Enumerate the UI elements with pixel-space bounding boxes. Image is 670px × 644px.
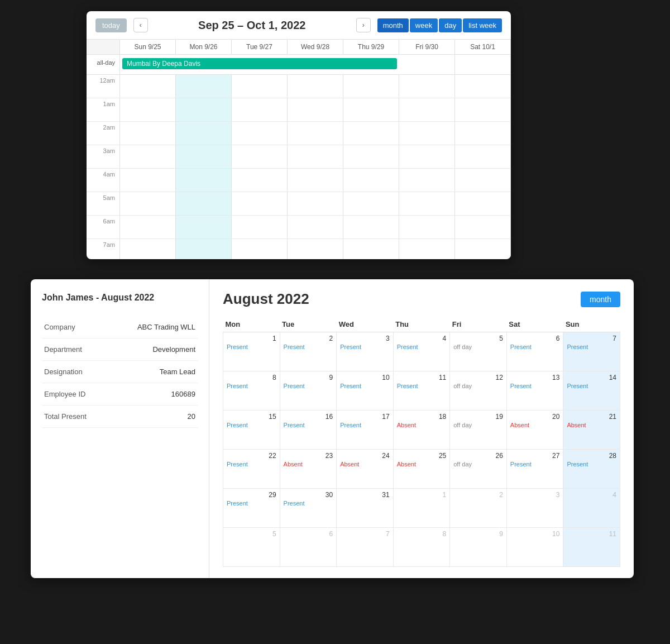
employee-sidebar: John James - August 2022 Company ABC Tra… [31,279,209,578]
allday-sat-empty [455,55,511,74]
day-cell: 25Absent [393,450,450,489]
weekly-calendar-grid: Sun 9/25 Mon 9/26 Tue 9/27 Wed 9/28 Thu … [87,40,511,259]
event-bar[interactable]: Mumbai By Deepa Davis [122,58,397,69]
day-status: Present [227,344,276,350]
cell-sun-6am [120,216,176,238]
cell-thu-2am [343,122,399,145]
day-cell: 5 [223,528,280,567]
day-cell: 2Present [280,332,337,371]
total-present-row: Total Present 20 [42,406,198,428]
cell-wed-3am [288,145,343,168]
fri-col-header: Fri [450,317,507,332]
day-cell: 15Present [223,411,280,450]
time-body[interactable]: 12am 1am 2am [87,75,511,259]
day-cell: 17Present [337,411,394,450]
mon-col-header: Mon [223,317,280,332]
cell-sun-5am [120,192,176,215]
department-row: Department Development [42,338,198,361]
sat-col-header: Sat [506,317,563,332]
time-row-7am: 7am [87,239,511,259]
day-number: 14 [567,374,616,381]
next-button[interactable]: › [356,18,371,32]
time-label-1am: 1am [87,98,120,121]
day-cell: 20Absent [506,411,563,450]
cell-sat-4am [455,169,511,192]
time-row-1am: 1am [87,98,511,122]
calendar-header-row: Sun 9/25 Mon 9/26 Tue 9/27 Wed 9/28 Thu … [87,40,511,55]
total-present-value: 20 [108,406,198,428]
week-view-button[interactable]: week [410,18,438,32]
day-status: Present [227,383,276,389]
day-number: 2 [284,335,333,342]
month-grid: Mon Tue Wed Thu Fri Sat Sun 1Present2Pre… [223,317,620,567]
day-number: 3 [510,491,560,499]
day-status: Present [284,383,333,389]
day-number: 1 [397,491,447,499]
day-number: 9 [453,530,503,538]
month-button[interactable]: month [581,292,620,307]
day-status: Present [227,422,276,428]
cell-sat-12am [455,75,511,98]
time-row-4am: 4am [87,169,511,192]
cell-sun-12am [120,75,176,98]
cell-tue-12am [232,75,288,98]
listweek-view-button[interactable]: list week [463,18,502,32]
day-status: Present [284,344,333,350]
day-cell: 3Present [337,332,394,371]
cell-fri-2am [399,122,455,145]
day-cell: 19off day [450,411,507,450]
day-number: 22 [227,452,276,460]
day-status: Absent [510,422,560,428]
view-buttons: month week day list week [377,18,502,32]
cell-wed-6am [288,216,343,238]
day-number: 4 [567,491,616,499]
day-cell: 16Present [280,411,337,450]
month-view-button[interactable]: month [377,18,409,32]
day-cell: 10 [506,528,563,567]
day-status: off day [453,344,503,350]
day-cell: 30Present [280,489,337,528]
cell-wed-4am [288,169,343,192]
cell-tue-1am [232,98,288,121]
day-number: 30 [284,491,333,499]
cell-thu-12am [343,75,399,98]
cell-thu-5am [343,192,399,215]
cell-sat-5am [455,192,511,215]
time-label-4am: 4am [87,169,120,192]
time-label-5am: 5am [87,192,120,215]
day-number: 31 [340,491,390,499]
week-row-0: 1Present2Present3Present4Present5off day… [223,332,620,371]
cell-sat-7am [455,239,511,259]
day-cell: 9 [450,528,507,567]
today-button[interactable]: today [95,18,127,32]
day-number: 20 [510,413,560,421]
cell-wed-12am [288,75,343,98]
day-cell: 6 [280,528,337,567]
date-range: Sep 25 – Oct 1, 2022 [155,19,350,32]
day-cell: 28Present [563,450,620,489]
day-status: off day [453,383,503,389]
day-status: Present [567,461,616,468]
cell-mon-4am [176,169,232,192]
day-number: 7 [567,335,616,342]
day-cell: 9Present [280,371,337,411]
day-number: 26 [453,452,503,460]
cell-thu-1am [343,98,399,121]
day-status: Present [397,344,447,350]
thu-header: Thu 9/29 [343,40,399,54]
company-row: Company ABC Trading WLL [42,316,198,338]
day-status: Present [340,422,390,428]
day-status: Present [340,383,390,389]
cell-thu-4am [343,169,399,192]
day-number: 6 [284,530,333,538]
cell-sat-2am [455,122,511,145]
time-row-12am: 12am [87,75,511,98]
day-number: 11 [567,530,616,538]
day-cell: 7 [337,528,394,567]
week-header-row: Mon Tue Wed Thu Fri Sat Sun [223,317,620,332]
prev-button[interactable]: ‹ [133,18,148,32]
department-label: Department [42,338,108,361]
day-number: 28 [567,452,616,460]
day-view-button[interactable]: day [439,18,462,32]
cell-sun-3am [120,145,176,168]
